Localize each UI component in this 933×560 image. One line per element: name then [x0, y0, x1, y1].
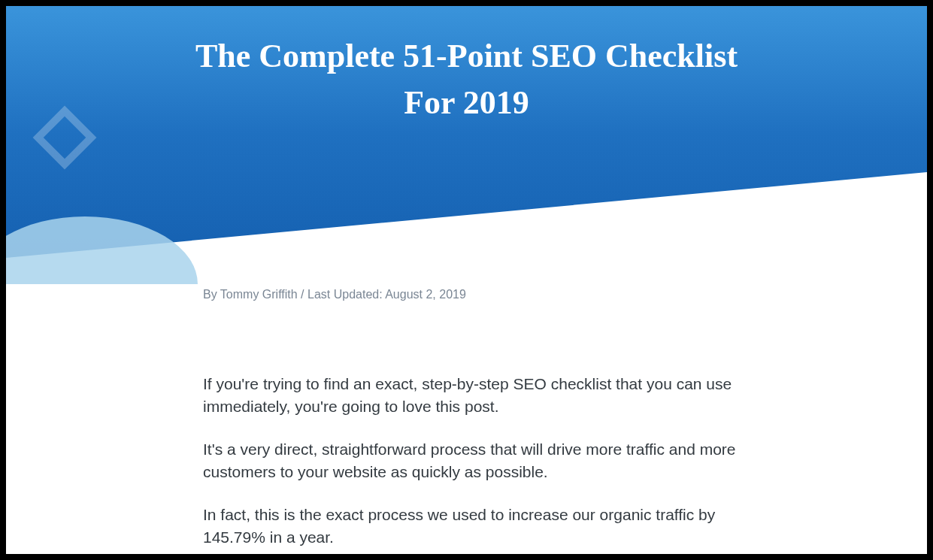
updated-date: August 2, 2019: [385, 288, 466, 301]
paragraph-2: It's a very direct, straightforward proc…: [203, 438, 759, 484]
paragraph-3: In fact, this is the exact process we us…: [203, 504, 759, 549]
byline: By Tommy Griffith / Last Updated: August…: [203, 288, 759, 301]
page-title: The Complete 51-Point SEO Checklist For …: [166, 33, 768, 126]
hero-section: The Complete 51-Point SEO Checklist For …: [6, 6, 927, 262]
article-content: By Tommy Griffith / Last Updated: August…: [203, 288, 759, 554]
byline-separator: / Last Updated:: [298, 288, 386, 301]
author-name: Tommy Griffith: [220, 288, 298, 301]
page-frame: The Complete 51-Point SEO Checklist For …: [6, 6, 927, 554]
diamond-icon: [33, 106, 97, 170]
paragraph-1: If you're trying to find an exact, step-…: [203, 373, 759, 419]
byline-prefix: By: [203, 288, 220, 301]
body-text: If you're trying to find an exact, step-…: [203, 373, 759, 549]
hero-wave-accent: [6, 216, 198, 284]
